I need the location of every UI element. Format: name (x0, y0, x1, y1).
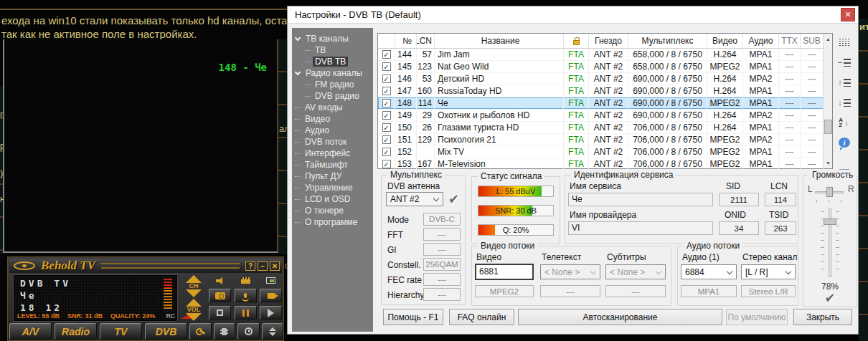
tree-item-audio[interactable]: Аудио (292, 125, 373, 136)
faq-button[interactable]: FAQ онлайн (449, 309, 514, 325)
channel-row-145[interactable]: ✓145123Nat Geo WildFTAANT #2658,000 / 8 … (378, 61, 832, 73)
scroll-down-icon[interactable]: ▼ (824, 158, 833, 168)
tree-item-control[interactable]: Управление (292, 182, 373, 193)
channel-checkbox[interactable]: ✓ (382, 75, 391, 83)
stop-button[interactable] (209, 306, 231, 320)
tree-item-lcd-osd[interactable]: LCD и OSD (292, 193, 373, 205)
channel-row-153[interactable]: ✓153167M-TelevisionFTAANT #2706,000 / 8 … (378, 158, 832, 170)
channel-checkbox[interactable]: ✓ (382, 135, 391, 144)
dialog-titlebar[interactable]: Настройки - DVB ТВ (Default) ✕ (288, 6, 858, 24)
video-desktop-button[interactable] (235, 275, 257, 286)
antenna-confirm-icon[interactable]: ✔ (448, 191, 459, 207)
channel-checkbox[interactable]: ✓ (382, 50, 391, 59)
help-button[interactable]: Помощь - F1 (383, 309, 443, 325)
tree-item-interface[interactable]: Интерфейс (292, 148, 373, 159)
tree-item-radio-channels[interactable]: Радио каналы (292, 67, 373, 79)
close-button[interactable]: Закрыть (793, 309, 852, 325)
mode-button-radio[interactable]: Radio (55, 323, 97, 340)
tree-item-video[interactable]: Видео (292, 113, 373, 125)
snapshot-button[interactable] (209, 289, 231, 302)
channel-checkbox[interactable]: ✓ (382, 111, 391, 120)
channel-row-144[interactable]: ✓14457Jim JamFTAANT #2658,000 / 8 / 6750… (378, 49, 832, 61)
channel-down-button[interactable] (186, 289, 202, 297)
pause-button[interactable] (235, 306, 257, 320)
channel-row-148[interactable]: ✓148114ЧеFTAANT #2690,000 / 8 / 6750MPEG… (378, 97, 832, 110)
record-video-button[interactable] (260, 289, 282, 302)
tree-item-dvb-stream[interactable]: DVB поток (292, 136, 373, 148)
pip-button[interactable] (260, 275, 282, 286)
channel-info-button[interactable]: i (836, 135, 853, 150)
column-header-audio[interactable]: Аудио (743, 34, 779, 48)
fold-button[interactable] (262, 323, 284, 340)
play-button[interactable] (260, 306, 282, 320)
sort-az-button[interactable]: AZ↓ (836, 115, 853, 130)
volume-thumb[interactable] (824, 218, 836, 225)
tree-item-dvb-radio[interactable]: DVB радио (292, 90, 373, 102)
video-files-button[interactable] (214, 323, 236, 340)
channel-checkbox[interactable]: ✓ (382, 62, 391, 71)
column-header-video[interactable]: Видео (707, 34, 743, 48)
column-header-name[interactable]: Название (435, 34, 564, 48)
balance-thumb[interactable] (826, 187, 833, 197)
channel-row-147[interactable]: ✓147160RussiaToday HDFTAANT #2690,000 / … (378, 85, 832, 97)
antenna-select[interactable]: ANT #2 (386, 192, 443, 206)
channel-checkbox[interactable]: ✓ (382, 123, 391, 132)
scheduler-button[interactable] (237, 323, 260, 340)
player-minimize-button[interactable]: – (258, 261, 268, 271)
scrollbar-thumb[interactable] (824, 120, 832, 134)
tree-item-tv[interactable]: ТВ (292, 44, 373, 56)
column-header-mux[interactable]: Мультиплекс (628, 34, 707, 48)
channel-checkbox[interactable]: ✓ (382, 160, 391, 168)
player-close-button[interactable]: ✕ (270, 261, 280, 271)
scroll-up-icon[interactable]: ▲ (824, 34, 833, 44)
tree-item-about-program[interactable]: О программе (292, 216, 373, 228)
tree-item-remote[interactable]: Пульт ДУ (292, 170, 373, 182)
record-audio-button[interactable] (235, 289, 257, 302)
table-header[interactable]: №LCNНазваниеГнездоМультиплексВидеоАудиоT… (378, 34, 832, 49)
column-header-sub[interactable]: SUB (801, 34, 824, 48)
channel-checkbox[interactable]: ✓ (382, 87, 391, 95)
service-name-field[interactable]: Че (568, 193, 713, 206)
column-header-num[interactable]: № (395, 34, 417, 48)
mode-button-tv[interactable]: TV (100, 323, 142, 340)
stereo-select[interactable]: [L / R] (741, 264, 796, 279)
move-up-button[interactable]: ↑ (836, 75, 853, 90)
tree-item-dvb-tv[interactable]: DVB ТВ (292, 56, 373, 67)
teletext-select[interactable]: < None > (540, 264, 600, 279)
video-pid-field[interactable]: 6881 (475, 264, 534, 280)
autoscan-button[interactable]: Автосканирование (518, 309, 722, 325)
volume-confirm-icon[interactable]: ✔ (803, 290, 857, 306)
column-header-socket[interactable]: Гнездо (589, 34, 628, 48)
select-all-button[interactable] (836, 35, 853, 49)
mode-button-av[interactable]: A/V (9, 323, 52, 340)
volume-down-button[interactable] (186, 313, 202, 321)
channel-row-152[interactable]: ✓152Mix TVFTAANT #2706,000 / 8 / 6750MPE… (378, 146, 832, 158)
column-header-ttx[interactable]: TTX (779, 34, 801, 48)
tree-item-tv-channels[interactable]: ТВ каналы (292, 33, 373, 44)
channel-row-151[interactable]: ✓151129Психология 21FTAANT #2706,000 / 8… (378, 134, 832, 146)
mode-button-dvb[interactable]: DVB (145, 323, 187, 340)
player-help-button[interactable]: ? (245, 261, 255, 271)
audio-pid-select[interactable]: 6884 (681, 264, 737, 279)
channel-checkbox[interactable]: ✓ (382, 99, 391, 107)
provider-name-field[interactable]: VI (568, 221, 713, 235)
tree-item-fm-radio[interactable]: FM радио (292, 79, 373, 90)
tree-item-about-tuner[interactable]: О тюнере (292, 205, 373, 216)
channel-row-146[interactable]: ✓14653Детский HDFTAANT #2690,000 / 8 / 6… (378, 73, 832, 85)
subtitles-select[interactable]: < None > (605, 264, 666, 279)
move-down-button[interactable]: ↓ (836, 95, 853, 110)
video-window[interactable]: 148 - Че (3, 39, 278, 253)
mute-button[interactable] (209, 275, 231, 286)
tree-item-timeshift[interactable]: Таймшифт (292, 159, 373, 170)
column-header-lcn[interactable]: LCN (417, 34, 435, 48)
settings-button[interactable] (189, 323, 212, 340)
remove-channel-button[interactable]: − (836, 55, 853, 69)
channel-checkbox[interactable]: ✓ (382, 148, 391, 156)
dialog-close-button[interactable]: ✕ (841, 8, 855, 21)
channel-row-149[interactable]: ✓14929Охотник и рыболов HDFTAANT #2690,0… (378, 110, 832, 122)
player-titlebar[interactable]: Behold TV ? – ✕ (9, 259, 282, 273)
tree-item-av-inputs[interactable]: AV входы (292, 102, 373, 113)
table-scrollbar[interactable]: ▲ ▼ (823, 34, 832, 168)
column-header-lock[interactable] (564, 34, 589, 48)
channel-row-150[interactable]: ✓15026Глазами туриста HDFTAANT #2706,000… (378, 122, 832, 134)
